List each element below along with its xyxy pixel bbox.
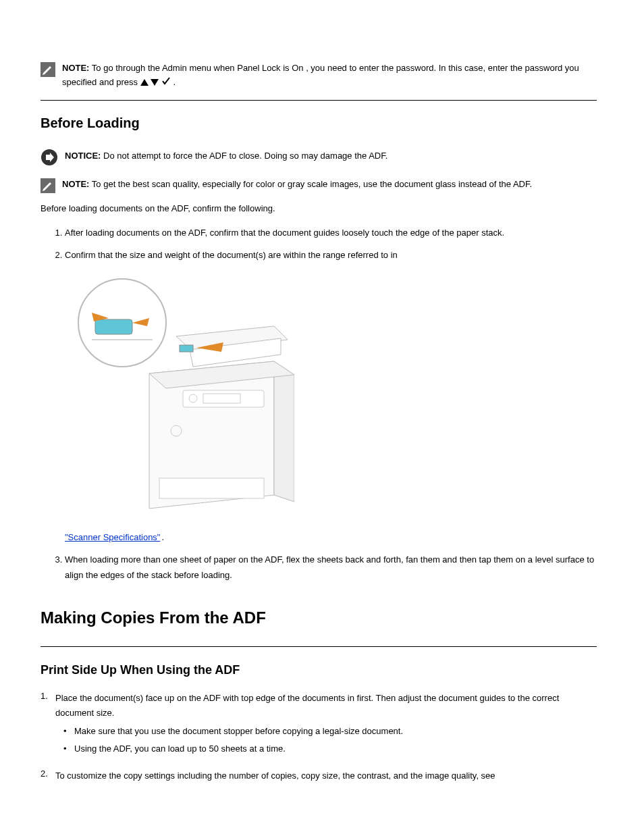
bullet-2: Using the ADF, you can load up to 50 she… bbox=[63, 741, 597, 756]
check-icon bbox=[161, 76, 171, 90]
pre-step-2-text: Confirm that the size and weight of the … bbox=[65, 248, 597, 263]
copy-step-1: 1. Place the document(s) face up on the … bbox=[41, 691, 597, 758]
pencil-icon bbox=[41, 178, 55, 193]
divider-2 bbox=[41, 646, 597, 647]
note-2: NOTE: To get the best scan quality, espe… bbox=[41, 177, 597, 193]
svg-rect-6 bbox=[95, 319, 132, 334]
bullet-2-text: Using the ADF, you can load up to 50 she… bbox=[74, 741, 286, 756]
note-1: NOTE: To go through the Admin menu when … bbox=[41, 61, 597, 90]
svg-rect-12 bbox=[159, 478, 264, 498]
note-1-text: NOTE: To go through the Admin menu when … bbox=[62, 61, 597, 90]
pre-step-2: Confirm that the size and weight of the … bbox=[65, 248, 597, 546]
step-1-text: Place the document(s) face up on the ADF… bbox=[55, 691, 597, 721]
svg-rect-8 bbox=[180, 345, 193, 352]
pre-steps-list: After loading documents on the ADF, conf… bbox=[41, 226, 597, 583]
bullet-dot-icon bbox=[63, 741, 74, 756]
svg-marker-1 bbox=[140, 79, 149, 86]
notice-label: NOTICE: bbox=[65, 151, 101, 161]
svg-rect-9 bbox=[183, 390, 264, 407]
heading-making-copies: Making Copies From the ADF bbox=[41, 608, 597, 627]
scanner-specs-link[interactable]: "Scanner Specifications" bbox=[65, 532, 160, 542]
notice-arrow-icon bbox=[41, 149, 58, 166]
note-label: NOTE: bbox=[62, 63, 89, 73]
note-2-text: NOTE: To get the best scan quality, espe… bbox=[62, 177, 532, 191]
step-2-num: 2. bbox=[41, 768, 55, 783]
bullet-1-text: Make sure that you use the document stop… bbox=[74, 724, 403, 739]
pencil-icon bbox=[41, 62, 55, 77]
subheading-print-side-up: Print Side Up When Using the ADF bbox=[41, 663, 597, 677]
pre-step-3: When loading more than one sheet of pape… bbox=[65, 552, 597, 583]
note-2-label: NOTE: bbox=[62, 179, 89, 189]
notice-text: NOTICE: Do not attempt to force the ADF … bbox=[65, 149, 387, 163]
copy-step-2: 2. To customize the copy settings includ… bbox=[41, 768, 597, 783]
bullet-1: Make sure that you use the document stop… bbox=[63, 724, 597, 739]
bullet-dot-icon bbox=[63, 724, 74, 739]
pre-step-2-link-line: "Scanner Specifications". bbox=[65, 530, 597, 546]
triangle-down-icon bbox=[151, 76, 159, 90]
step-1-num: 1. bbox=[41, 691, 55, 758]
notice: NOTICE: Do not attempt to force the ADF … bbox=[41, 149, 597, 166]
step-2-text: To customize the copy settings including… bbox=[55, 768, 495, 783]
section-title-before-loading: Before Loading bbox=[41, 115, 597, 131]
pre-step-1: After loading documents on the ADF, conf… bbox=[65, 226, 597, 241]
divider bbox=[41, 100, 597, 101]
printer-illustration bbox=[72, 272, 597, 521]
body-before: Before loading documents on the ADF, con… bbox=[41, 201, 597, 216]
svg-marker-2 bbox=[151, 79, 159, 86]
triangle-up-icon bbox=[140, 76, 149, 90]
